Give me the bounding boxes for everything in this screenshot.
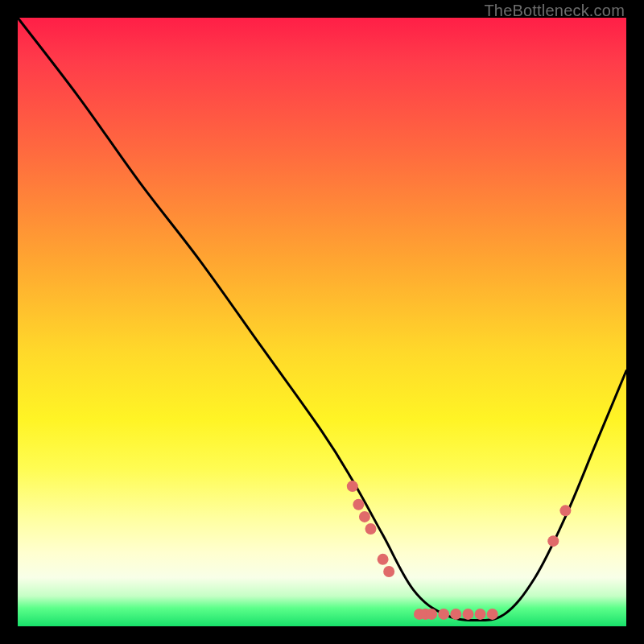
data-marker xyxy=(450,609,461,620)
data-marker xyxy=(462,609,473,620)
data-marker xyxy=(383,566,394,577)
data-marker xyxy=(359,511,370,522)
data-marker xyxy=(426,609,437,620)
data-marker xyxy=(559,505,571,516)
data-marker xyxy=(547,535,559,547)
data-marker xyxy=(438,609,449,620)
data-marker xyxy=(347,481,358,492)
chart-frame: TheBottleneck.com xyxy=(0,0,644,644)
data-marker xyxy=(353,499,364,510)
data-marker xyxy=(378,554,389,565)
data-marker xyxy=(475,609,486,620)
data-marker xyxy=(487,609,498,620)
bottleneck-curve xyxy=(18,18,626,621)
data-marker xyxy=(365,523,376,535)
curve-markers xyxy=(347,481,572,620)
plot-area xyxy=(18,18,626,626)
curve-layer xyxy=(18,18,626,626)
